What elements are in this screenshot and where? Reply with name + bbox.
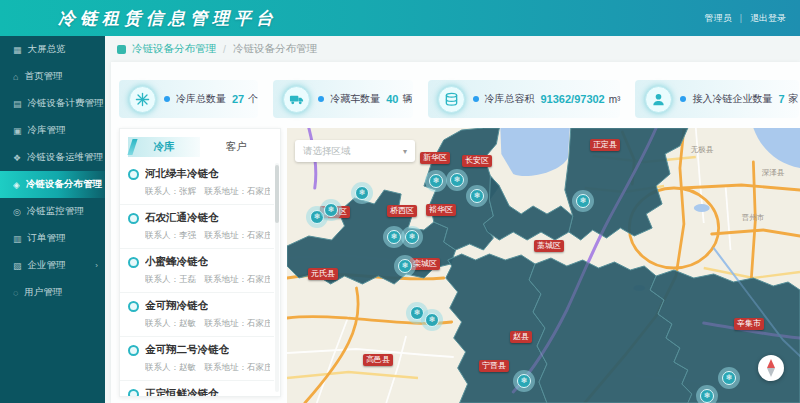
user-icon bbox=[645, 86, 672, 113]
list-item[interactable]: 石农汇通冷链仓 联系人：李强 联系地址：石家庄市长安区和平东路289号 bbox=[120, 205, 274, 249]
region-select-placeholder: 请选择区域 bbox=[303, 145, 403, 158]
basemap-label: 晋州市 bbox=[742, 213, 765, 223]
coldstore-icon: ▣ bbox=[13, 126, 22, 136]
stat-value: 27 bbox=[232, 93, 244, 105]
warehouse-title: 金可翔二号冷链仓 bbox=[145, 343, 229, 357]
sidebar-item-dashboard[interactable]: ▦ 大屏总览 bbox=[0, 36, 105, 63]
stat-label: 冷库总数量 bbox=[176, 92, 226, 106]
sidebar-item-home[interactable]: ⌂ 首页管理 bbox=[0, 63, 105, 90]
list-scrollbar[interactable] bbox=[275, 163, 279, 392]
warehouse-list: 河北绿丰冷链仓 联系人：张辉 联系地址：石家庄市桥西区中华南大街136号 石农汇… bbox=[120, 161, 274, 396]
sidebar-item-label: 大屏总览 bbox=[28, 43, 66, 56]
sidebar-item-maintenance[interactable]: ❖ 冷链设备运维管理 bbox=[0, 144, 105, 171]
sidebar-item-label: 用户管理 bbox=[24, 286, 62, 299]
basemap-label: 无极县 bbox=[691, 145, 714, 155]
sidebar-item-users[interactable]: ◌ 用户管理 bbox=[0, 279, 105, 306]
cold-storage-marker[interactable]: ❄ bbox=[466, 185, 488, 207]
snowflake-icon: ❄ bbox=[700, 389, 714, 403]
cold-storage-marker[interactable]: ❄ bbox=[421, 309, 443, 331]
cold-storage-marker[interactable]: ❄ bbox=[401, 226, 423, 248]
capacity-icon bbox=[438, 86, 465, 113]
cold-storage-marker[interactable]: ❄ bbox=[351, 182, 373, 204]
cold-storage-marker[interactable]: ❄ bbox=[513, 370, 535, 392]
enterprise-icon: ▧ bbox=[13, 261, 22, 271]
snowflake-icon: ❄ bbox=[387, 230, 401, 244]
sidebar-item-billing[interactable]: ▤ 冷链设备计费管理 bbox=[0, 90, 105, 117]
district-label: 桥西区 bbox=[387, 205, 417, 217]
scrollbar-thumb[interactable] bbox=[275, 165, 279, 223]
cold-storage-marker[interactable]: ❄ bbox=[572, 190, 594, 212]
cold-storage-marker[interactable]: ❄ bbox=[696, 385, 718, 403]
home-icon: ⌂ bbox=[13, 72, 18, 82]
warehouse-detail: 联系人：赵敏 联系地址：石家庄市新华区学府路158号 bbox=[145, 318, 270, 330]
body-row: 冷库 客户 河北绿丰冷链仓 联系人：张辉 联系地址：石家庄市桥西区中华南大街13… bbox=[119, 128, 800, 403]
monitor-icon: ◎ bbox=[13, 207, 21, 217]
warehouse-title: 河北绿丰冷链仓 bbox=[145, 167, 219, 181]
stat-value: 40 bbox=[386, 93, 398, 105]
stat-card-truck-count: 冷藏车数量 40 辆 bbox=[273, 80, 412, 118]
district-label: 新华区 bbox=[420, 152, 450, 164]
list-item[interactable]: 河北绿丰冷链仓 联系人：张辉 联系地址：石家庄市桥西区中华南大街136号 bbox=[120, 161, 274, 205]
cold-storage-marker[interactable]: ❄ bbox=[320, 199, 342, 221]
sidebar-nav: ▦ 大屏总览 ⌂ 首页管理 ▤ 冷链设备计费管理 ▣ 冷库管理 ❖ 冷链设备运维… bbox=[0, 36, 105, 403]
sidebar-item-monitor[interactable]: ◎ 冷链监控管理 bbox=[0, 198, 105, 225]
stat-card-coldstore-count: 冷库总数量 27 个 bbox=[119, 80, 258, 118]
stat-label: 接入冷链企业数量 bbox=[692, 92, 772, 106]
compass-needle-icon bbox=[767, 359, 775, 377]
cold-storage-marker[interactable]: ❄ bbox=[446, 169, 468, 191]
warehouse-detail: 联系人：赵敏 联系地址：石家庄市鹿泉区昌盛大街12号 bbox=[145, 362, 270, 374]
sidebar-item-distribution[interactable]: ◈ 冷链设备分布管理 bbox=[0, 171, 105, 198]
warehouse-detail: 联系人：张辉 联系地址：石家庄市桥西区中华南大街136号 bbox=[145, 186, 270, 198]
sidebar-item-label: 冷库管理 bbox=[28, 124, 66, 137]
header-user-area: 管理员 | 退出登录 bbox=[705, 0, 786, 36]
list-item[interactable]: 金可翔冷链仓 联系人：赵敏 联系地址：石家庄市新华区学府路158号 bbox=[120, 293, 274, 337]
map-canvas[interactable]: 请选择区域 ▾ 新华区 长安区 桥西区 裕华区 鹿泉区 正定县 藁城区 栾城区 … bbox=[287, 128, 800, 403]
cold-storage-marker[interactable]: ❄ bbox=[718, 367, 740, 389]
snowflake-icon: ❄ bbox=[722, 371, 736, 385]
sidebar-item-label: 首页管理 bbox=[24, 70, 62, 83]
warehouse-dot-icon bbox=[128, 213, 139, 224]
cold-storage-marker[interactable]: ❄ bbox=[394, 255, 416, 277]
chevron-right-icon: › bbox=[95, 261, 98, 270]
stat-value: 91362/97302 bbox=[541, 93, 605, 105]
username-label: 管理员 bbox=[705, 12, 732, 25]
list-item[interactable]: 小蜜蜂冷链仓 联系人：王磊 联系地址：石家庄市裕华区槐安东路66号 bbox=[120, 249, 274, 293]
truck-icon bbox=[283, 86, 310, 113]
sidebar-item-label: 冷链监控管理 bbox=[27, 205, 84, 218]
warehouse-detail: 联系人：王磊 联系地址：石家庄市裕华区槐安东路66号 bbox=[145, 274, 270, 286]
logout-link[interactable]: 退出登录 bbox=[750, 12, 786, 25]
district-label: 高邑县 bbox=[363, 354, 393, 366]
list-item[interactable]: 金可翔二号冷链仓 联系人：赵敏 联系地址：石家庄市鹿泉区昌盛大街12号 bbox=[120, 337, 274, 381]
snowflake-icon: ❄ bbox=[450, 173, 464, 187]
warehouse-dot-icon bbox=[128, 345, 139, 356]
cold-storage-marker[interactable]: ❄ bbox=[425, 170, 447, 192]
list-item[interactable]: 正定恒鲜冷链仓 联系人：孙涛 联系地址：石家庄市正定县燕赵北大街8号 bbox=[120, 381, 274, 396]
warehouse-detail: 联系人：李强 联系地址：石家庄市长安区和平东路289号 bbox=[145, 230, 270, 242]
tab-coldstore[interactable]: 冷库 bbox=[128, 137, 200, 157]
warehouse-list-panel: 冷库 客户 河北绿丰冷链仓 联系人：张辉 联系地址：石家庄市桥西区中华南大街13… bbox=[119, 128, 281, 397]
stat-unit: 家 bbox=[789, 92, 799, 106]
chevron-down-icon: ▾ bbox=[403, 147, 407, 156]
region-select-dropdown[interactable]: 请选择区域 ▾ bbox=[295, 140, 415, 162]
breadcrumb-first[interactable]: 冷链设备分布管理 bbox=[132, 42, 216, 56]
snowflake-icon: ❄ bbox=[576, 194, 590, 208]
sidebar-item-coldstore[interactable]: ▣ 冷库管理 bbox=[0, 117, 105, 144]
compass-control[interactable] bbox=[758, 355, 784, 381]
snowflake-icon: ❄ bbox=[429, 174, 443, 188]
tab-customer[interactable]: 客户 bbox=[200, 137, 272, 157]
district-label: 赵县 bbox=[510, 331, 532, 343]
orders-icon: ▥ bbox=[13, 234, 22, 244]
stat-value: 7 bbox=[778, 93, 784, 105]
warehouse-dot-icon bbox=[128, 257, 139, 268]
district-label: 辛集市 bbox=[734, 318, 764, 330]
breadcrumb: 冷链设备分布管理 / 冷链设备分布管理 bbox=[105, 36, 800, 62]
sidebar-item-enterprise[interactable]: ▧ 企业管理 › bbox=[0, 252, 105, 279]
sidebar-item-label: 冷链设备计费管理 bbox=[28, 97, 104, 110]
header-separator: | bbox=[740, 13, 742, 23]
warehouse-title: 正定恒鲜冷链仓 bbox=[145, 387, 219, 396]
sidebar-item-orders[interactable]: ▥ 订单管理 bbox=[0, 225, 105, 252]
stat-card-enterprise-count: 接入冷链企业数量 7 家 bbox=[635, 80, 798, 118]
breadcrumb-icon bbox=[117, 45, 126, 54]
stat-unit: 辆 bbox=[403, 92, 413, 106]
district-label: 长安区 bbox=[462, 155, 492, 167]
